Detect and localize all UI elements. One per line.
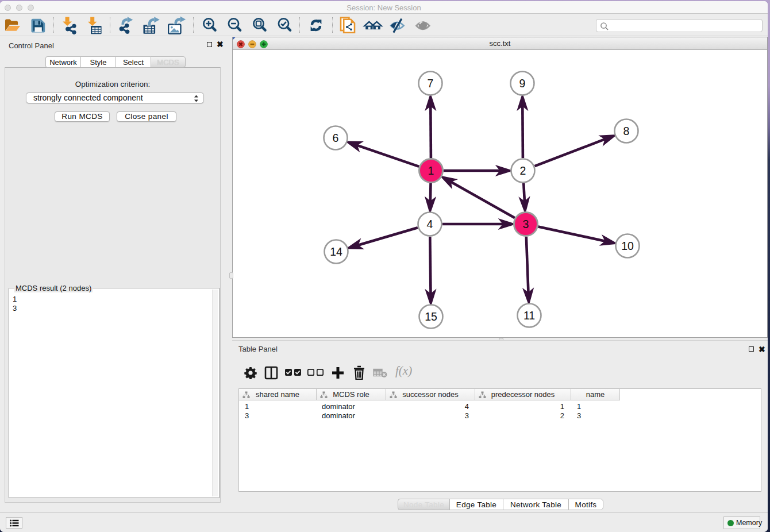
- svg-text:15: 15: [425, 310, 437, 323]
- svg-text:3: 3: [523, 218, 529, 230]
- svg-text:7: 7: [428, 77, 434, 90]
- svg-text:11: 11: [523, 309, 535, 322]
- svg-text:1: 1: [428, 164, 434, 177]
- svg-text:8: 8: [623, 125, 630, 137]
- svg-text:2: 2: [520, 164, 526, 177]
- svg-text:4: 4: [427, 218, 433, 230]
- svg-text:6: 6: [333, 132, 339, 144]
- svg-text:9: 9: [519, 77, 526, 90]
- svg-text:10: 10: [621, 240, 634, 252]
- svg-text:14: 14: [330, 245, 342, 258]
